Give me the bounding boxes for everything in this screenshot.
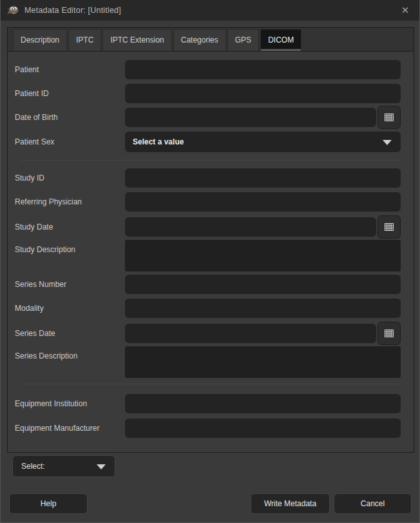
tab-iptc-extension[interactable]: IPTC Extension (102, 29, 171, 51)
tab-gps[interactable]: GPS (227, 29, 259, 51)
tab-dicom[interactable]: DICOM (260, 29, 301, 51)
calendar-grid-icon (384, 329, 394, 338)
series-description-textarea[interactable] (125, 346, 401, 378)
chevron-down-icon (97, 464, 106, 469)
title-bar: Metadata Editor: [Untitled] ✕ (1, 0, 419, 21)
referring-physician-input[interactable] (125, 192, 401, 212)
patient-sex-dropdown[interactable]: Select a value (125, 132, 401, 152)
close-icon[interactable]: ✕ (391, 0, 419, 21)
series-date-calendar-button[interactable] (377, 322, 401, 345)
study-id-input[interactable] (125, 168, 401, 188)
window-title: Metadata Editor: [Untitled] (24, 6, 121, 15)
group-separator (21, 160, 400, 161)
form-row-study-date: Study Date (8, 215, 414, 239)
form-row-equipment-institution: Equipment Institution (8, 393, 414, 413)
form-row-date-of-birth: Date of Birth (8, 106, 414, 129)
form-row-study-description: Study Description (8, 240, 414, 271)
field-label-patient: Patient (15, 65, 39, 74)
field-label-series-number: Series Number (15, 280, 66, 289)
form-row-study-id: Study ID (8, 168, 414, 188)
calendar-grid-icon (384, 222, 394, 232)
form-row-patient-id: Patient ID (8, 84, 414, 103)
field-label-patient-id: Patient ID (15, 89, 49, 98)
series-date-input[interactable] (125, 324, 376, 343)
field-label-patient-sex: Patient Sex (15, 137, 54, 146)
cancel-button[interactable]: Cancel (334, 493, 412, 514)
form-row-equipment-manufacturer: Equipment Manufacturer (8, 418, 414, 438)
tab-categories[interactable]: Categories (173, 29, 226, 51)
study-date-calendar-button[interactable] (377, 215, 401, 239)
form-row-series-date: Series Date (8, 322, 414, 345)
field-label-date-of-birth: Date of Birth (15, 113, 58, 122)
group-separator (21, 384, 400, 384)
form-row-series-description: Series Description (8, 346, 414, 378)
metadata-editor-dialog: Metadata Editor: [Untitled] ✕ Descriptio… (0, 0, 420, 523)
chevron-down-icon (383, 140, 392, 145)
equipment-institution-input[interactable] (125, 394, 401, 413)
gimp-wilber-icon (6, 5, 19, 15)
field-label-referring-physician: Referring Physician (15, 197, 82, 206)
form-row-patient: Patient (8, 60, 414, 79)
field-label-series-date: Series Date (15, 329, 55, 338)
field-label-study-id: Study ID (15, 173, 44, 183)
metadata-notebook: DescriptionIPTCIPTC ExtensionCategoriesG… (7, 27, 414, 453)
form-area: PatientPatient IDDate of BirthPatient Se… (8, 52, 414, 452)
patient-id-input[interactable] (125, 84, 401, 103)
preset-select-dropdown[interactable]: Select: (12, 455, 115, 477)
field-label-study-description: Study Description (15, 245, 75, 254)
field-label-equipment-institution: Equipment Institution (15, 399, 87, 408)
equipment-manufacturer-input[interactable] (125, 419, 401, 438)
study-date-input[interactable] (125, 217, 376, 237)
form-row-series-number: Series Number (8, 275, 414, 294)
series-number-input[interactable] (125, 275, 401, 294)
date-of-birth-input[interactable] (125, 108, 376, 127)
preset-select-label: Select: (21, 462, 45, 471)
date-of-birth-calendar-button[interactable] (377, 106, 401, 129)
tab-description[interactable]: Description (13, 29, 67, 51)
calendar-grid-icon (384, 113, 394, 122)
study-description-textarea[interactable] (125, 240, 401, 271)
form-row-referring-physician: Referring Physician (8, 192, 414, 212)
write-metadata-button[interactable]: Write Metadata (251, 493, 330, 514)
modality-input[interactable] (125, 299, 401, 318)
tab-iptc[interactable]: IPTC (68, 29, 101, 51)
patient-input[interactable] (125, 60, 401, 79)
tab-bar: DescriptionIPTCIPTC ExtensionCategoriesG… (8, 28, 414, 52)
field-label-series-description: Series Description (15, 351, 77, 360)
form-row-patient-sex: Patient SexSelect a value (8, 131, 414, 153)
field-label-equipment-manufacturer: Equipment Manufacturer (15, 424, 99, 433)
patient-sex-dropdown-value: Select a value (133, 137, 184, 146)
help-button[interactable]: Help (9, 493, 88, 514)
field-label-modality: Modality (15, 304, 44, 313)
form-row-modality: Modality (8, 299, 414, 318)
field-label-study-date: Study Date (15, 222, 53, 232)
